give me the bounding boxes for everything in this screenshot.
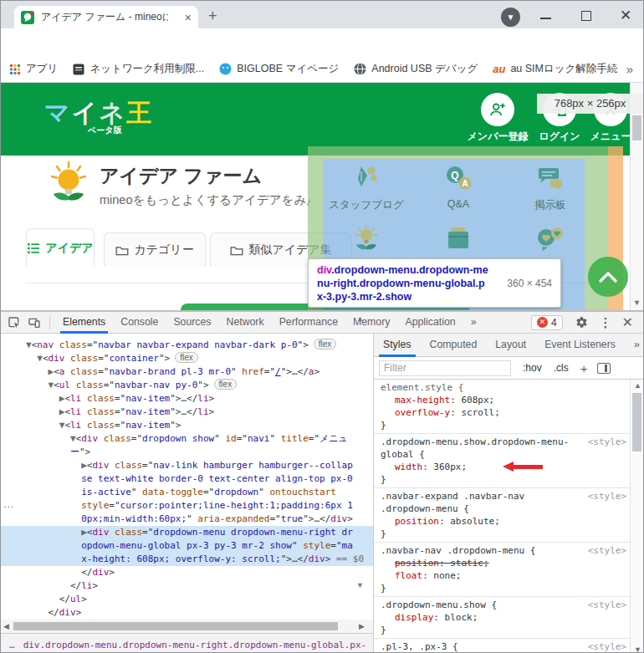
devtools-tab-application[interactable]: Application: [397, 312, 463, 334]
devtools-tab-performance[interactable]: Performance: [272, 312, 345, 334]
header-action-person-plus[interactable]: メンバー登録: [466, 93, 529, 144]
tab-close-icon[interactable]: ×: [185, 12, 192, 23]
menu-grid-item[interactable]: [320, 225, 412, 257]
dom-tree-line[interactable]: 0px;min-width:60px;" aria-expanded="true…: [1, 513, 373, 526]
css-property[interactable]: position: absolute;: [381, 515, 626, 528]
dom-tree-line[interactable]: style="cursor:pointer;line-height:1;padd…: [1, 499, 373, 513]
bookmark-item[interactable]: auau SIMロック解除手続: [493, 62, 617, 76]
dom-tree-line[interactable]: </div>: [1, 606, 373, 620]
dom-tree-line[interactable]: </li>: [1, 579, 373, 593]
maximize-button[interactable]: [581, 11, 591, 21]
devtools-settings-gear-icon[interactable]: [575, 316, 588, 329]
page-scrollbar-down-arrow[interactable]: ▼: [633, 298, 641, 307]
styles-filter-input[interactable]: [379, 360, 511, 376]
console-error-badge[interactable]: ✕ 4: [531, 315, 563, 330]
menu-grid-item[interactable]: [504, 225, 596, 255]
bookmark-item[interactable]: Android USB デバッグ: [354, 62, 478, 76]
browser-tab[interactable]: アイデア ファーム - mineoにみんなで ×: [14, 6, 198, 28]
new-tab-button[interactable]: +: [208, 8, 217, 25]
css-property[interactable]: width: 360px;: [381, 461, 626, 473]
inspect-cursor-icon[interactable]: [8, 316, 21, 329]
dom-tree-line[interactable]: ▼<div class="dropdown show" id="navi" ti…: [1, 432, 373, 446]
styles-scroll-up-arrow[interactable]: ▲: [634, 381, 641, 390]
page-tab-1[interactable]: アイデア: [26, 228, 95, 267]
dom-tree-line[interactable]: ▼<ul class="navbar-nav py-0">flex: [1, 379, 373, 392]
dom-tree-line[interactable]: ▼<li class="nav-item">: [1, 419, 373, 432]
style-source-link[interactable]: <style>: [588, 640, 626, 653]
bookmark-item[interactable]: ネットワーク利用制限...: [73, 62, 204, 76]
bookmark-item[interactable]: BIGLOBE マイページ: [219, 62, 339, 76]
devtools-tab-sources[interactable]: Sources: [166, 312, 218, 334]
page-scrollbar-thumb[interactable]: [632, 115, 641, 140]
css-rule[interactable]: <style>.navbar-expand .navbar-nav.dropdo…: [374, 488, 630, 543]
devtools-tab-console[interactable]: Console: [113, 312, 166, 334]
css-rule[interactable]: element.style {max-height: 608px;overflo…: [374, 380, 630, 434]
person-plus-icon[interactable]: [481, 93, 514, 126]
css-property[interactable]: float: none;: [381, 569, 626, 582]
css-rule[interactable]: <style>.navbar-nav .dropdown-menu {posit…: [374, 543, 630, 597]
media-control-button[interactable]: ▼: [501, 8, 520, 27]
style-source-link[interactable]: <style>: [588, 490, 626, 503]
css-property[interactable]: max-height: 608px;: [381, 394, 626, 406]
devtools-menu-icon[interactable]: ⋮: [600, 315, 612, 330]
css-rule[interactable]: <style>.dropdown-menu.show.dropdown-menu…: [374, 434, 630, 488]
menu-grid-item[interactable]: [412, 225, 504, 257]
css-property[interactable]: overflow-y: scroll;: [381, 406, 626, 419]
dom-node-overflow-marker[interactable]: ⋯: [3, 501, 13, 513]
cls-toggle[interactable]: .cls: [554, 362, 569, 374]
dom-tree-line[interactable]: opdown-menu-global px-3 py-3 mr-2 show" …: [1, 539, 373, 553]
style-source-link[interactable]: <style>: [588, 544, 626, 557]
dom-tree-line[interactable]: is-active" data-toggle="dropdown" ontouc…: [1, 486, 373, 499]
css-property[interactable]: position: static;: [381, 557, 626, 569]
devtools-tab-elements[interactable]: Elements: [55, 312, 113, 334]
dom-tree-line[interactable]: ▼<nav class="navbar navbar-expand navbar…: [1, 339, 373, 352]
elements-horizontal-scrollbar[interactable]: ◀ ▶: [1, 620, 373, 633]
toggle-sidebar-icon[interactable]: [597, 363, 611, 374]
device-toolbar-icon[interactable]: [28, 316, 41, 329]
window-close-button[interactable]: ✕: [620, 7, 631, 24]
styles-tab-layout[interactable]: Layout: [486, 334, 535, 357]
devtools-close-icon[interactable]: ✕: [622, 314, 633, 330]
styles-tab-eventlisteners[interactable]: Event Listeners: [535, 334, 625, 357]
breadcrumb-current-node[interactable]: div.dropdown-menu.dropdown-menu-right.dr…: [23, 640, 367, 650]
page-scrollbar[interactable]: ▼: [630, 83, 643, 310]
dom-tree-line[interactable]: </div>: [1, 566, 373, 579]
minimize-button[interactable]: [540, 18, 551, 19]
styles-scrollbar[interactable]: ▲ ▼: [630, 380, 643, 653]
css-property[interactable]: display: block;: [381, 611, 626, 624]
styles-scroll-down-arrow[interactable]: ▼: [634, 645, 641, 653]
devtools-tab-memory[interactable]: Memory: [345, 312, 397, 334]
styles-scrollbar-thumb[interactable]: [632, 393, 641, 451]
bookmark-item[interactable]: アプリ: [9, 62, 58, 76]
styles-tab-styles[interactable]: Styles: [374, 334, 421, 357]
dom-tree-line[interactable]: </ul>: [1, 593, 373, 606]
elements-scroll-down-arrow[interactable]: ▼: [356, 581, 364, 589]
scroll-right-arrow[interactable]: ▶: [359, 622, 365, 630]
elements-hscroll-thumb[interactable]: [13, 622, 338, 630]
menu-grid-item[interactable]: QAQ&A: [412, 165, 504, 210]
css-rule[interactable]: <style>.dropdown-menu.show {display: blo…: [374, 597, 630, 639]
devtools-tab-[interactable]: »: [463, 312, 484, 334]
style-source-link[interactable]: <style>: [588, 436, 626, 448]
dom-tree-line[interactable]: ▶<div class="dropdown-menu dropdown-menu…: [1, 526, 373, 539]
dom-tree-line[interactable]: ▶<li class="nav-item">…</li>: [1, 392, 373, 406]
styles-tab-[interactable]: »: [625, 334, 644, 357]
devtools-tab-network[interactable]: Network: [219, 312, 272, 334]
css-rule[interactable]: <style>.pl-3, .px-3 {: [374, 639, 630, 653]
menu-grid-item[interactable]: 掲示板: [504, 165, 596, 212]
dom-tree-line[interactable]: ▶<a class="navbar-brand pl-3 mr-0" href=…: [1, 365, 373, 379]
menu-grid-item[interactable]: スタッフブログ: [320, 165, 412, 212]
dom-tree-line[interactable]: ー">: [1, 446, 373, 459]
dom-tree-line[interactable]: ▶<li class="nav-item">…</li>: [1, 406, 373, 419]
scroll-left-arrow[interactable]: ◀: [3, 622, 9, 630]
pseudo-hov-toggle[interactable]: :hov: [523, 362, 542, 374]
elements-scroll-up-arrow[interactable]: ▲: [356, 314, 364, 323]
scroll-to-top-button[interactable]: [588, 257, 628, 297]
dom-tree-line[interactable]: ▼<div class="container">flex: [1, 352, 373, 365]
elements-breadcrumb[interactable]: … div.dropdown-menu.dropdown-menu-right.…: [1, 633, 373, 653]
dom-tree-line[interactable]: x-height: 608px; overflow-y: scroll;">…<…: [1, 553, 373, 566]
bookmarks-overflow-chevron[interactable]: »: [626, 62, 633, 76]
dom-tree-line[interactable]: ▶<div class="nav-link hamburger hamburge…: [1, 459, 373, 472]
styles-tab-computed[interactable]: Computed: [421, 334, 487, 357]
dom-tree-line[interactable]: se text-white border-0 text-center align…: [1, 472, 373, 486]
